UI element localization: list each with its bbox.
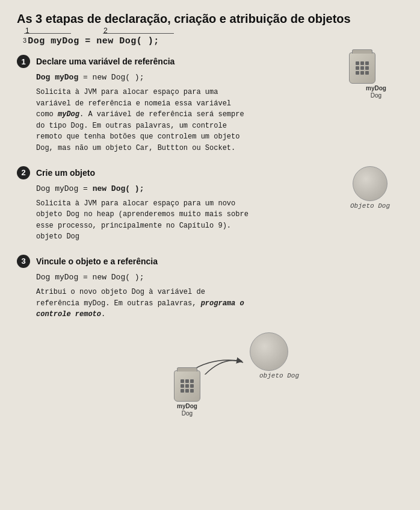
page-title: As 3 etapas de declaração, criação e atr…: [17, 11, 403, 26]
section-1-italic: myDog: [58, 110, 79, 119]
section-1-body: Solicita à JVM para alocar espaço para u…: [36, 87, 397, 154]
main-code-line: Dog myDog = new Dog( );: [28, 36, 159, 46]
section-3-header: 3 Vincule o objeto e a referência: [17, 255, 403, 268]
section-3-type-label: Dog: [174, 410, 200, 417]
section-3: 3 Vincule o objeto e a referência Dog my…: [17, 255, 403, 417]
remote-dots-3: [181, 379, 194, 393]
section-1-type-label: Dog: [349, 92, 403, 99]
annotation-num3: 3: [23, 37, 26, 44]
section-1: 1 Declare uma variável de referência myD…: [17, 55, 403, 154]
section-2: 2 Crie um objeto Objeto Dog Dog myDog = …: [17, 166, 403, 243]
section-3-illustration: objeto Dog: [114, 332, 306, 417]
section-3-obj-label: objeto Dog: [259, 372, 299, 380]
section-2-code-bold: new Dog( );: [93, 184, 144, 193]
section-1-title: Declare uma variável de referência: [36, 57, 174, 66]
section-1-code: Dog myDog = new Dog( );: [36, 73, 403, 82]
section-1-header: 1 Declare uma variável de referência: [17, 55, 403, 68]
section-3-bold-italic: programa o controle remoto: [36, 299, 244, 319]
section-1-illustration: myDog Dog: [349, 52, 403, 99]
section-3-code: Dog myDog = new Dog( );: [36, 273, 403, 282]
section-1-number: 1: [17, 55, 30, 68]
section-3-var-label: myDog: [174, 403, 200, 409]
section-3-number: 3: [17, 255, 30, 268]
remote-3-body: [174, 370, 200, 402]
section-3-title: Vincule o objeto e a referência: [36, 257, 158, 266]
dog-object-2: [353, 166, 388, 201]
dog-object-3: [250, 332, 288, 371]
main-code-annotation: 1 2 3 Dog myDog = new Dog( );: [23, 36, 403, 46]
section-1-var-label: myDog: [349, 85, 403, 92]
remote-control-3: myDog Dog: [174, 370, 200, 417]
section-2-illustration: Objeto Dog: [337, 166, 403, 210]
section-2-title: Crie um objeto: [36, 168, 95, 178]
section-3-body: Atribui o novo objeto Dog à variável de …: [36, 287, 397, 320]
remote-control-1: [349, 52, 375, 84]
remote-dots-1: [356, 61, 369, 75]
section-2-number: 2: [17, 166, 30, 179]
section-2-obj-label: Objeto Dog: [337, 202, 403, 210]
section-1-code-bold: Dog myDog: [36, 73, 78, 82]
